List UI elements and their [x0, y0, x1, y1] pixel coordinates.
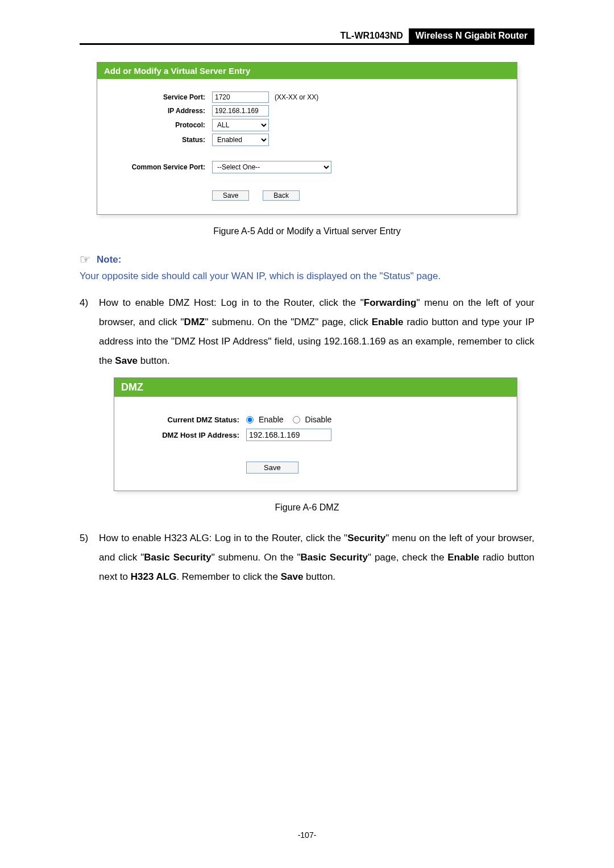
button-row: Save Back — [109, 190, 505, 201]
common-port-select[interactable]: --Select One-- — [212, 161, 331, 173]
ip-label: IP Address: — [109, 107, 212, 115]
ip-input[interactable] — [212, 105, 269, 117]
dmz-status-row: Current DMZ Status: Enable Disable — [126, 415, 505, 424]
dmz-button-row: Save — [126, 462, 505, 474]
status-row: Status: Enabled — [109, 134, 505, 146]
panel-body: Service Port: (XX-XX or XX) IP Address: … — [97, 79, 517, 214]
dmz-save-button[interactable]: Save — [246, 462, 298, 474]
dmz-host-label: DMZ Host IP Address: — [126, 431, 246, 439]
page: TL-WR1043ND Wireless N Gigabit Router Ad… — [0, 0, 614, 868]
dmz-disable-label: Disable — [305, 415, 332, 424]
page-number: -107- — [0, 830, 614, 840]
service-port-input[interactable] — [212, 92, 269, 103]
note-row: ☞ Note: — [80, 252, 534, 267]
list-number: 4) — [80, 293, 99, 371]
list-item-4: 4) How to enable DMZ Host: Log in to the… — [80, 293, 534, 371]
save-button[interactable]: Save — [212, 190, 249, 201]
list-item-5: 5) How to enable H323 ALG: Log in to the… — [80, 529, 534, 587]
dmz-enable-radio[interactable] — [246, 416, 254, 423]
dmz-panel-title: DMZ — [114, 378, 517, 397]
service-port-row: Service Port: (XX-XX or XX) — [109, 92, 505, 103]
list-body: How to enable DMZ Host: Log in to the Ro… — [99, 293, 534, 371]
model-label: TL-WR1043ND — [335, 28, 409, 43]
dmz-host-row: DMZ Host IP Address: — [126, 429, 505, 441]
back-button[interactable]: Back — [263, 190, 300, 201]
dmz-disable-radio[interactable] — [293, 416, 300, 423]
dmz-host-input[interactable] — [246, 429, 331, 441]
figure-caption-a6: Figure A-6 DMZ — [80, 502, 534, 513]
ip-row: IP Address: — [109, 105, 505, 117]
dmz-status-group: Enable Disable — [246, 415, 331, 424]
protocol-row: Protocol: ALL — [109, 119, 505, 131]
list-body: How to enable H323 ALG: Log in to the Ro… — [99, 529, 534, 587]
dmz-panel: DMZ Current DMZ Status: Enable Disable D… — [114, 377, 517, 491]
service-port-label: Service Port: — [109, 93, 212, 101]
panel-title: Add or Modify a Virtual Server Entry — [97, 63, 517, 79]
figure-caption-a5: Figure A-5 Add or Modify a Virtual serve… — [80, 226, 534, 236]
hand-point-icon: ☞ — [80, 252, 91, 267]
protocol-select[interactable]: ALL — [212, 119, 269, 131]
list-number: 5) — [80, 529, 99, 587]
service-port-hint: (XX-XX or XX) — [275, 93, 318, 101]
protocol-label: Protocol: — [109, 121, 212, 129]
common-port-row: Common Service Port: --Select One-- — [109, 161, 505, 173]
dmz-status-label: Current DMZ Status: — [126, 416, 246, 424]
note-label: Note: — [97, 254, 121, 265]
dmz-panel-body: Current DMZ Status: Enable Disable DMZ H… — [114, 397, 517, 491]
virtual-server-panel: Add or Modify a Virtual Server Entry Ser… — [97, 62, 517, 215]
note-text: Your opposite side should call your WAN … — [80, 271, 534, 282]
status-select[interactable]: Enabled — [212, 134, 269, 146]
dmz-enable-label: Enable — [259, 415, 284, 424]
product-label: Wireless N Gigabit Router — [409, 28, 534, 43]
doc-header: TL-WR1043ND Wireless N Gigabit Router — [80, 28, 534, 45]
common-port-label: Common Service Port: — [109, 163, 212, 171]
status-label: Status: — [109, 136, 212, 144]
